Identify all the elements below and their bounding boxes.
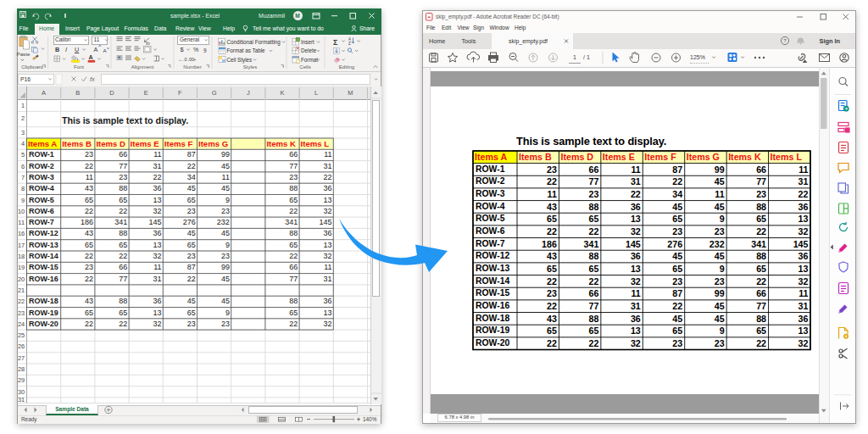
- svg-text:Z: Z: [348, 42, 351, 46]
- svg-text:←.0: ←.0: [179, 57, 187, 62]
- svg-text:Σ: Σ: [333, 38, 338, 47]
- svg-text:?: ?: [783, 37, 787, 43]
- svg-text:ab: ab: [146, 42, 151, 46]
- svg-text:.00: .00: [188, 57, 195, 62]
